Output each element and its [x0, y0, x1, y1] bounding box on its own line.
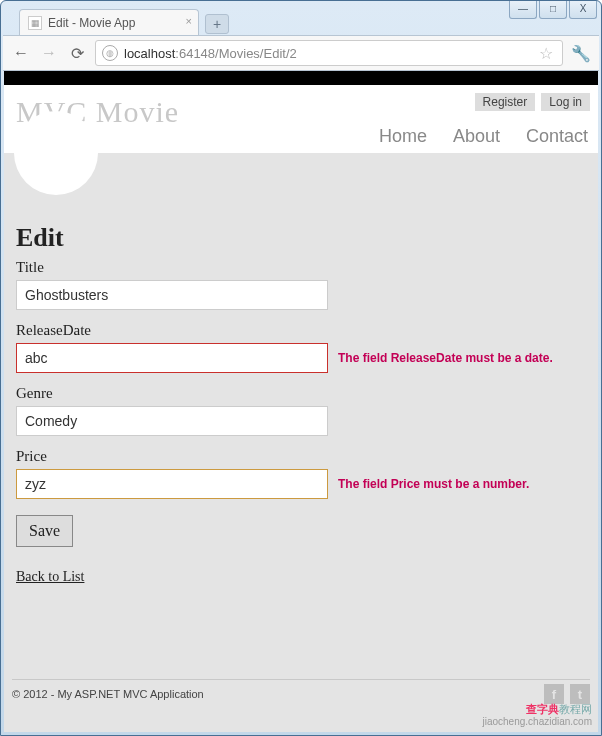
url-rest: :64148/Movies/Edit/2	[175, 46, 296, 61]
validation-price: The field Price must be a number.	[338, 477, 529, 491]
forward-button[interactable]: →	[39, 43, 59, 63]
twitter-icon[interactable]: t	[570, 684, 590, 704]
page-viewport: MVC Movie Register Log in Home About Con…	[4, 71, 598, 732]
minimize-button[interactable]: —	[509, 1, 537, 19]
save-button[interactable]: Save	[16, 515, 73, 547]
back-button[interactable]: ←	[11, 43, 31, 63]
input-title[interactable]	[16, 280, 328, 310]
source-watermark: 查字典教程网 jiaocheng.chazidian.com	[482, 703, 592, 728]
tab-title: Edit - Movie App	[48, 16, 135, 30]
footer-text: © 2012 - My ASP.NET MVC Application	[12, 688, 204, 700]
watermark-cn: 查字典	[526, 703, 559, 715]
nav-about[interactable]: About	[453, 126, 500, 147]
watermark-suffix: 教程网	[559, 703, 592, 715]
nav-home[interactable]: Home	[379, 126, 427, 147]
main-nav: Home About Contact	[379, 126, 588, 147]
top-black-bar	[4, 71, 598, 85]
register-link[interactable]: Register	[475, 93, 536, 111]
field-title: Title	[16, 259, 586, 310]
page-body: Edit Title ReleaseDate The field Release…	[4, 153, 598, 595]
social-icons: f t	[544, 684, 590, 704]
bookmark-star-icon[interactable]: ☆	[536, 43, 556, 63]
field-releasedate: ReleaseDate The field ReleaseDate must b…	[16, 322, 586, 373]
address-bar[interactable]: ◍ localhost:64148/Movies/Edit/2 ☆	[95, 40, 563, 66]
site-footer: © 2012 - My ASP.NET MVC Application f t	[12, 679, 590, 704]
label-price: Price	[16, 448, 586, 465]
input-releasedate[interactable]	[16, 343, 328, 373]
window-frame: — □ X ▦ Edit - Movie App × + ← → ⟳ ◍ loc…	[0, 0, 602, 736]
facebook-icon[interactable]: f	[544, 684, 564, 704]
input-price[interactable]	[16, 469, 328, 499]
watermark-host: jiaocheng.chazidian.com	[482, 716, 592, 728]
maximize-button[interactable]: □	[539, 1, 567, 19]
settings-wrench-icon[interactable]: 🔧	[571, 43, 591, 63]
favicon-icon: ▦	[28, 16, 42, 30]
site-header: MVC Movie Register Log in Home About Con…	[4, 85, 598, 153]
auth-links: Register Log in	[475, 93, 590, 111]
back-to-list-link[interactable]: Back to List	[16, 569, 84, 585]
window-controls: — □ X	[509, 1, 597, 19]
url-host: localhost	[124, 46, 175, 61]
label-genre: Genre	[16, 385, 586, 402]
globe-icon: ◍	[102, 45, 118, 61]
nav-contact[interactable]: Contact	[526, 126, 588, 147]
input-genre[interactable]	[16, 406, 328, 436]
label-releasedate: ReleaseDate	[16, 322, 586, 339]
label-title: Title	[16, 259, 586, 276]
field-price: Price The field Price must be a number.	[16, 448, 586, 499]
browser-tab-active[interactable]: ▦ Edit - Movie App ×	[19, 9, 199, 35]
page-heading: Edit	[16, 223, 586, 253]
close-button[interactable]: X	[569, 1, 597, 19]
browser-toolbar: ← → ⟳ ◍ localhost:64148/Movies/Edit/2 ☆ …	[3, 35, 599, 71]
new-tab-button[interactable]: +	[205, 14, 229, 34]
validation-releasedate: The field ReleaseDate must be a date.	[338, 351, 553, 365]
tab-close-icon[interactable]: ×	[186, 15, 192, 27]
login-link[interactable]: Log in	[541, 93, 590, 111]
reload-button[interactable]: ⟳	[67, 43, 87, 63]
field-genre: Genre	[16, 385, 586, 436]
